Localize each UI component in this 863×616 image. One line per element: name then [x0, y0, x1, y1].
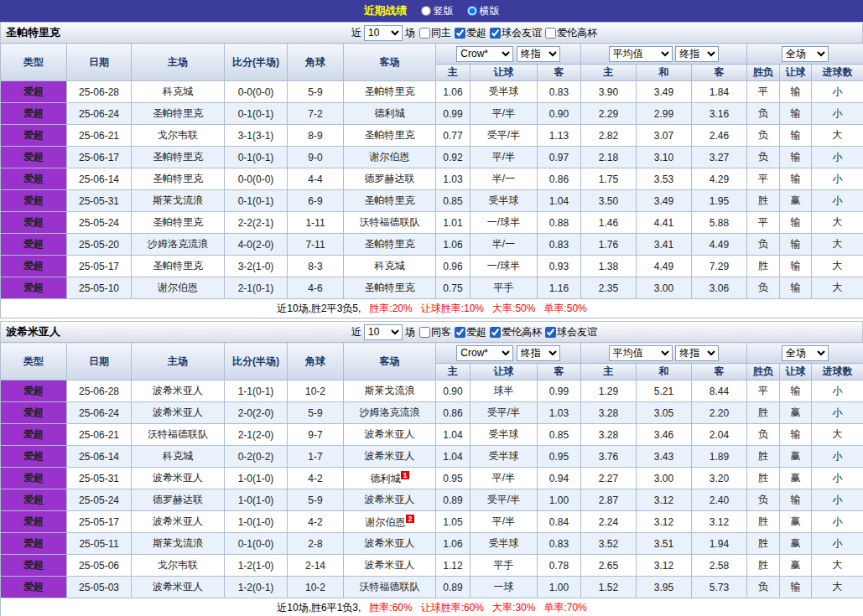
- away-team-link[interactable]: 谢尔伯恩: [344, 147, 436, 168]
- match-count-select[interactable]: 10: [364, 25, 403, 41]
- away-team-link[interactable]: 圣帕特里克: [344, 190, 436, 212]
- score-link[interactable]: 1-0(1-0): [225, 468, 288, 489]
- home-team-link[interactable]: 波希米亚人: [132, 511, 225, 533]
- away-team-link[interactable]: 圣帕特里克: [344, 234, 436, 256]
- away-team-link[interactable]: 德利城1: [344, 468, 436, 489]
- score-link[interactable]: 0-2(0-2): [225, 446, 288, 468]
- date-cell: 25-06-14: [67, 446, 132, 468]
- odds-company-select[interactable]: Crow*: [456, 46, 513, 62]
- home-team-link[interactable]: 德罗赫达联: [132, 489, 225, 511]
- view-option-horizontal[interactable]: 横版: [467, 4, 500, 18]
- filter-checkbox[interactable]: [419, 327, 430, 338]
- odds-final-select[interactable]: 终指: [517, 46, 560, 62]
- filter-option[interactable]: 爱伦高杯: [543, 26, 597, 40]
- average-select[interactable]: 平均值: [609, 345, 673, 361]
- score-link[interactable]: 1-1(0-1): [225, 380, 288, 402]
- away-team-link[interactable]: 圣帕特里克: [344, 125, 436, 147]
- league-cell: 爱超: [1, 190, 67, 212]
- view-option-vertical[interactable]: 竖版: [421, 4, 454, 18]
- score-link[interactable]: 2-1(0-1): [225, 277, 288, 299]
- home-team-link[interactable]: 科克城: [132, 81, 225, 103]
- home-team-link[interactable]: 斯莱戈流浪: [132, 533, 225, 555]
- home-team-link[interactable]: 波希米亚人: [132, 577, 225, 598]
- average-select[interactable]: 平均值: [609, 46, 673, 62]
- home-team-link[interactable]: 谢尔伯恩: [132, 277, 225, 299]
- away-team-link[interactable]: 科克城: [344, 256, 436, 277]
- score-link[interactable]: 0-1(0-1): [225, 103, 288, 125]
- filter-option[interactable]: 球会友谊: [543, 325, 597, 339]
- home-team-link[interactable]: 圣帕特里克: [132, 147, 225, 168]
- filter-checkbox[interactable]: [545, 28, 556, 39]
- score-link[interactable]: 2-0(2-0): [225, 402, 288, 424]
- fulltime-select[interactable]: 全场: [782, 46, 829, 62]
- home-team-link[interactable]: 沃特福德联队: [132, 424, 225, 446]
- home-team-link[interactable]: 科克城: [132, 446, 225, 468]
- away-team-link[interactable]: 波希米亚人: [344, 555, 436, 577]
- odds-handicap-cell: 平手: [470, 277, 538, 299]
- score-link[interactable]: 2-2(2-1): [225, 212, 288, 234]
- score-link[interactable]: 0-1(0-1): [225, 147, 288, 168]
- score-link[interactable]: 2-1(2-0): [225, 424, 288, 446]
- vertical-view-radio[interactable]: [421, 6, 431, 16]
- home-team-link[interactable]: 圣帕特里克: [132, 103, 225, 125]
- filter-option[interactable]: 爱伦高杯: [488, 325, 542, 339]
- col-header-odds-away: 客: [538, 364, 581, 380]
- away-team-link[interactable]: 圣帕特里克: [344, 277, 436, 299]
- away-team-link[interactable]: 沙姆洛克流浪: [344, 402, 436, 424]
- filter-option[interactable]: 球会友谊: [488, 26, 542, 40]
- filter-option[interactable]: 同客: [418, 325, 451, 339]
- match-count-select[interactable]: 10: [364, 324, 403, 340]
- odds-away-cell: 0.83: [538, 234, 581, 256]
- filter-checkbox[interactable]: [490, 28, 501, 39]
- average-final-select[interactable]: 终指: [675, 345, 719, 361]
- away-team-link[interactable]: 圣帕特里克: [344, 81, 436, 103]
- filter-checkbox[interactable]: [545, 327, 556, 338]
- filter-option[interactable]: 同主: [418, 26, 451, 40]
- col-header-odds-away: 客: [538, 65, 581, 81]
- score-link[interactable]: 1-2(0-1): [225, 577, 288, 598]
- score-link[interactable]: 1-0(1-0): [225, 489, 288, 511]
- filter-option[interactable]: 爱超: [453, 325, 486, 339]
- away-team-link[interactable]: 斯莱戈流浪: [344, 380, 436, 402]
- score-link[interactable]: 1-2(1-0): [225, 555, 288, 577]
- horizontal-view-radio[interactable]: [467, 6, 477, 16]
- average-final-select[interactable]: 终指: [675, 46, 719, 62]
- odds-handicap-cell: 一/球半: [470, 256, 538, 277]
- score-link[interactable]: 3-2(1-0): [225, 256, 288, 277]
- away-team-link[interactable]: 波希米亚人: [344, 424, 436, 446]
- away-team-link[interactable]: 波希米亚人: [344, 533, 436, 555]
- home-team-link[interactable]: 戈尔韦联: [132, 555, 225, 577]
- away-team-link[interactable]: 德罗赫达联: [344, 168, 436, 190]
- away-team-link[interactable]: 波希米亚人: [344, 446, 436, 468]
- score-link[interactable]: 0-1(0-1): [225, 190, 288, 212]
- away-team-link[interactable]: 谢尔伯恩2: [344, 511, 436, 533]
- odds-final-select[interactable]: 终指: [517, 345, 560, 361]
- home-team-link[interactable]: 戈尔韦联: [132, 125, 225, 147]
- home-team-link[interactable]: 圣帕特里克: [132, 168, 225, 190]
- score-link[interactable]: 0-0(0-0): [225, 81, 288, 103]
- home-team-link[interactable]: 波希米亚人: [132, 468, 225, 489]
- filter-checkbox[interactable]: [419, 28, 430, 39]
- score-link[interactable]: 0-0(0-0): [225, 168, 288, 190]
- home-team-link[interactable]: 斯莱戈流浪: [132, 190, 225, 212]
- odds-company-select[interactable]: Crow*: [456, 345, 513, 361]
- home-team-link[interactable]: 波希米亚人: [132, 380, 225, 402]
- home-team-link[interactable]: 圣帕特里克: [132, 212, 225, 234]
- home-team-link[interactable]: 波希米亚人: [132, 402, 225, 424]
- filter-option[interactable]: 爱超: [453, 26, 486, 40]
- away-team-link[interactable]: 德利城: [344, 103, 436, 125]
- score-link[interactable]: 1-0(1-0): [225, 511, 288, 533]
- filter-checkbox[interactable]: [455, 28, 465, 39]
- score-link[interactable]: 0-1(0-0): [225, 533, 288, 555]
- fulltime-select[interactable]: 全场: [782, 345, 829, 361]
- away-team-link[interactable]: 沃特福德联队: [344, 212, 436, 234]
- home-team-link[interactable]: 圣帕特里克: [132, 256, 225, 277]
- score-link[interactable]: 4-0(2-0): [225, 234, 288, 256]
- filter-checkbox[interactable]: [490, 327, 501, 338]
- home-team-link[interactable]: 沙姆洛克流浪: [132, 234, 225, 256]
- filter-checkbox[interactable]: [455, 327, 465, 338]
- score-link[interactable]: 3-1(3-1): [225, 125, 288, 147]
- away-team-link[interactable]: 沃特福德联队: [344, 577, 436, 598]
- corners-cell: 1-7: [288, 446, 344, 468]
- away-team-link[interactable]: 波希米亚人: [344, 489, 436, 511]
